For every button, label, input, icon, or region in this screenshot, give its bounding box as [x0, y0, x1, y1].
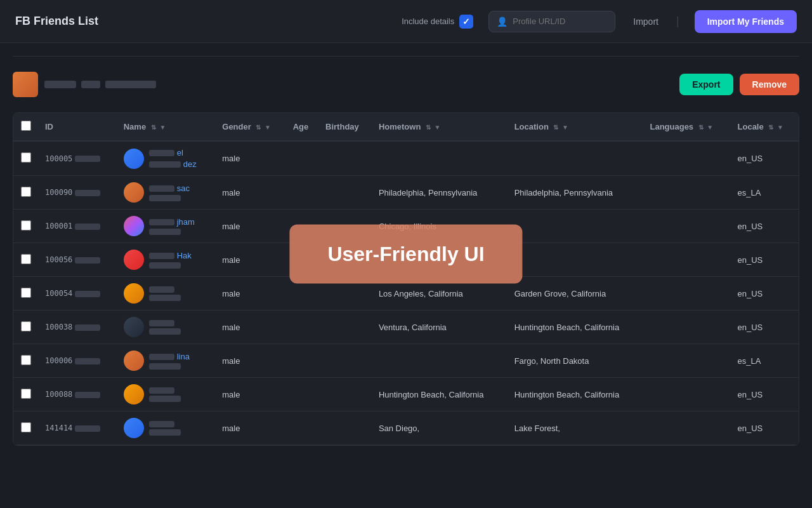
- cell-hometown: [372, 141, 508, 176]
- languages-sort-icon[interactable]: ⇅: [698, 124, 704, 131]
- cell-locale: en_US: [731, 243, 799, 277]
- cell-birthday: [319, 311, 372, 344]
- row-avatar: [124, 351, 144, 371]
- table-row: 100038 maleVentura, CaliforniaHuntington…: [13, 311, 799, 344]
- gender-filter-icon[interactable]: ▼: [265, 124, 271, 131]
- cell-gender: male: [216, 411, 286, 445]
- export-button[interactable]: Export: [679, 74, 733, 95]
- row-checkbox-cell: [13, 378, 39, 411]
- row-avatar: [124, 317, 144, 337]
- redacted-name-3: [105, 81, 156, 88]
- cell-age: [287, 411, 319, 445]
- row-checkbox[interactable]: [21, 288, 31, 298]
- cell-hometown: San Diego,: [372, 411, 508, 445]
- name-sort-icon[interactable]: ⇅: [151, 124, 156, 131]
- row-avatar: [124, 182, 144, 203]
- row-checkbox[interactable]: [21, 389, 31, 399]
- cell-gender: male: [216, 378, 286, 411]
- cell-id: 100090: [39, 176, 117, 210]
- row-checkbox[interactable]: [21, 321, 31, 331]
- table-row: 100056 Hak maleen_US: [13, 243, 799, 277]
- user-name-redacted: [44, 81, 156, 88]
- cell-age: [287, 311, 319, 344]
- import-my-friends-button[interactable]: Import My Friends: [695, 10, 797, 33]
- hometown-filter-icon[interactable]: ▼: [435, 124, 441, 131]
- cell-age: [287, 243, 319, 277]
- user-avatar: [13, 72, 38, 97]
- row-checkbox-cell: [13, 210, 39, 243]
- name-filter-icon[interactable]: ▼: [159, 124, 166, 131]
- profile-url-input[interactable]: [513, 17, 607, 26]
- cell-locale: en_US: [731, 141, 799, 176]
- cell-birthday: [319, 277, 372, 311]
- row-checkbox[interactable]: [21, 422, 31, 432]
- cell-name: jham: [117, 210, 216, 243]
- cell-location: Lake Forest,: [508, 411, 644, 445]
- top-bar: Export Remove: [13, 67, 799, 102]
- cell-age: [287, 141, 319, 176]
- table-row: 100088 maleHuntington Beach, CaliforniaH…: [13, 378, 799, 411]
- row-checkbox[interactable]: [21, 355, 31, 365]
- cell-location: [508, 210, 644, 243]
- import-button[interactable]: Import: [631, 11, 661, 32]
- col-location: Location ⇅ ▼: [508, 113, 644, 141]
- location-sort-icon[interactable]: ⇅: [553, 124, 558, 131]
- gender-sort-icon[interactable]: ⇅: [256, 124, 261, 131]
- include-details-label: Include details: [402, 17, 454, 26]
- cell-hometown: [372, 344, 508, 378]
- cell-location: [508, 141, 644, 176]
- cell-languages: [643, 277, 731, 311]
- locale-sort-icon[interactable]: ⇅: [768, 124, 773, 131]
- col-age: Age: [287, 113, 319, 141]
- col-hometown: Hometown ⇅ ▼: [372, 113, 508, 141]
- cell-age: [287, 210, 319, 243]
- cell-name: [117, 311, 216, 344]
- cell-hometown: Huntington Beach, California: [372, 378, 508, 411]
- cell-locale: en_US: [731, 411, 799, 445]
- cell-id: 100038: [39, 311, 117, 344]
- table-row: 100090 sac malePhiladelphia, Pennsylvani…: [13, 176, 799, 210]
- user-avatar-row: [13, 72, 156, 97]
- profile-icon: 👤: [497, 17, 508, 27]
- cell-age: [287, 378, 319, 411]
- header: FB Friends List Include details 👤 Import…: [0, 0, 812, 43]
- cell-languages: [643, 344, 731, 378]
- cell-location: Garden Grove, California: [508, 277, 644, 311]
- cell-hometown: Chicago, Illinois: [372, 210, 508, 243]
- cell-id: 100054: [39, 277, 117, 311]
- row-avatar: [124, 149, 144, 169]
- profile-url-wrapper: 👤: [488, 11, 615, 32]
- remove-button[interactable]: Remove: [740, 74, 799, 95]
- table-row: 100054 maleLos Angeles, CaliforniaGarden…: [13, 277, 799, 311]
- languages-filter-icon[interactable]: ▼: [707, 124, 713, 131]
- locale-filter-icon[interactable]: ▼: [777, 124, 783, 131]
- cell-birthday: [319, 210, 372, 243]
- row-checkbox[interactable]: [21, 254, 31, 264]
- table-row: 100006 lina maleFargo, North Dakotaes_LA: [13, 344, 799, 378]
- cell-id: 141414: [39, 411, 117, 445]
- cell-languages: [643, 411, 731, 445]
- hometown-sort-icon[interactable]: ⇅: [426, 124, 431, 131]
- row-checkbox[interactable]: [21, 220, 31, 231]
- location-filter-icon[interactable]: ▼: [562, 124, 568, 131]
- table-body: 100005 el dez maleen_US 100090 sa: [13, 141, 799, 445]
- action-buttons: Export Remove: [679, 74, 799, 95]
- cell-id: 100056: [39, 243, 117, 277]
- main-content: Export Remove ID Name ⇅ ▼: [0, 43, 812, 446]
- cell-location: Huntington Beach, California: [508, 311, 644, 344]
- separator: [13, 56, 799, 57]
- row-checkbox[interactable]: [21, 152, 31, 163]
- select-all-checkbox[interactable]: [21, 121, 31, 131]
- cell-gender: male: [216, 277, 286, 311]
- cell-gender: male: [216, 311, 286, 344]
- row-checkbox[interactable]: [21, 187, 31, 197]
- cell-id: 100006: [39, 344, 117, 378]
- table-header: ID Name ⇅ ▼ Gender ⇅ ▼ Age: [13, 113, 799, 141]
- col-birthday: Birthday: [319, 113, 372, 141]
- cell-birthday: [319, 411, 372, 445]
- include-details-checkbox[interactable]: [459, 15, 473, 29]
- table-row: 100001 jham maleChicago, Illinoisen_US: [13, 210, 799, 243]
- cell-gender: male: [216, 176, 286, 210]
- cell-languages: [643, 243, 731, 277]
- cell-age: [287, 277, 319, 311]
